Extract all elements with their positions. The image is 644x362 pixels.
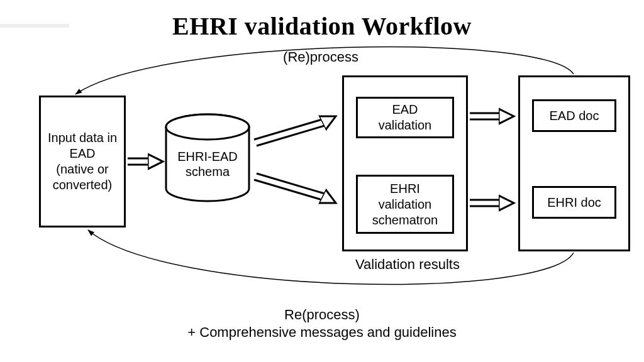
svg-line-5: [254, 119, 322, 140]
label-reprocess-bottom: Re(process): [0, 307, 644, 323]
node-ead-doc-text: EAD doc: [550, 108, 599, 124]
label-validation-results: Validation results: [345, 256, 470, 273]
arrow-schema-to-ead: [254, 119, 325, 146]
diagram-canvas: EHRI validation Workflow (Re)process Inp…: [0, 0, 644, 362]
svg-line-9: [254, 180, 322, 200]
curve-bottom-feedback: [88, 230, 574, 285]
node-input: Input data in EAD (native or converted): [39, 96, 126, 228]
svg-point-1: [166, 114, 249, 140]
svg-line-6: [257, 126, 325, 146]
node-ead-doc: EAD doc: [532, 99, 616, 132]
node-ead-validation-text: EAD validation: [379, 102, 432, 133]
arrow-input-to-schema: [128, 158, 150, 165]
arrow-ehri-to-doc: [470, 200, 501, 206]
svg-line-10: [323, 197, 325, 197]
svg-line-7: [323, 122, 325, 123]
arrow-schema-to-ehri: [254, 173, 325, 200]
label-reprocess-top: (Re)process: [264, 49, 377, 65]
svg-line-8: [257, 173, 325, 194]
node-ehri-validation: EHRI validation schematron: [356, 175, 454, 234]
svg-point-0: [166, 114, 249, 140]
node-schema-text-1: EHRI-EAD: [177, 150, 238, 163]
arrow-ead-to-doc: [470, 113, 501, 119]
node-input-text: Input data in EAD (native or converted): [48, 130, 117, 193]
node-ehri-doc-text: EHRI doc: [547, 195, 601, 211]
node-schema: EHRI-EAD schema: [166, 114, 249, 201]
node-ead-validation: EAD validation: [356, 97, 454, 138]
node-schema-text-2: schema: [186, 165, 230, 178]
label-guidelines: + Comprehensive messages and guidelines: [0, 324, 644, 341]
node-ehri-validation-text: EHRI validation schematron: [372, 181, 438, 228]
diagram-title: EHRI validation Workflow: [0, 11, 644, 41]
node-ehri-doc: EHRI doc: [532, 186, 616, 219]
